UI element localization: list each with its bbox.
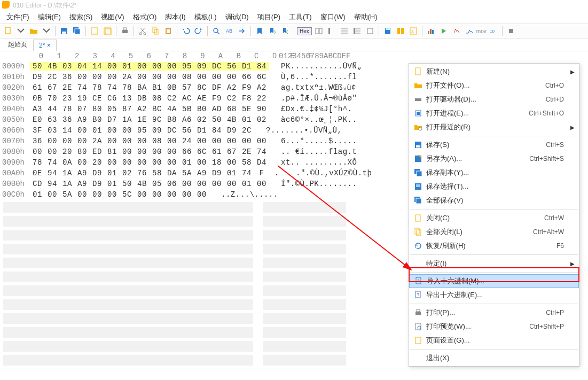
hex-byte[interactable]: 01 (224, 169, 239, 177)
menu-script[interactable]: 脚本(I) (161, 11, 190, 23)
hex-byte[interactable]: 00 (164, 158, 179, 167)
hex-byte[interactable]: 13 (120, 94, 135, 103)
hex-byte[interactable]: 04 (75, 62, 90, 71)
ascii-dump[interactable]: £Dx.€.‡¢¼J[°­h^. (279, 105, 352, 113)
hex-mode-label[interactable]: Hex (297, 27, 312, 35)
hex-byte[interactable]: 00 (224, 137, 239, 145)
hex-byte[interactable]: C2 (224, 94, 239, 103)
hex-byte[interactable]: 87 (120, 105, 135, 113)
hex-byte[interactable]: 00 (135, 158, 150, 167)
hex-byte[interactable]: B0 (194, 105, 209, 113)
hex-byte[interactable]: 00 (45, 148, 60, 156)
hex-byte[interactable]: 50 (120, 180, 135, 188)
hex-byte[interactable]: 00 (105, 190, 120, 199)
hex-byte[interactable]: 67 (45, 83, 60, 92)
hex-byte[interactable]: 00 (30, 148, 45, 156)
hex-byte[interactable]: F (254, 169, 269, 177)
hex-byte[interactable]: 00 (135, 62, 150, 71)
hex-byte[interactable]: 00 (164, 73, 179, 81)
hex-byte[interactable]: 78 (90, 83, 105, 92)
save-as2-icon[interactable] (101, 25, 113, 37)
hex-byte[interactable]: 2E (239, 148, 254, 156)
menu-new[interactable]: 新建(N)▶ (409, 65, 579, 79)
hex-byte[interactable]: 1A (60, 169, 75, 177)
hex-byte[interactable]: 03 (45, 126, 60, 135)
hex-byte[interactable]: C6 (105, 94, 120, 103)
hex-byte[interactable]: 63 (45, 115, 60, 124)
ascii-dump[interactable]: Í".©Ù.PK........ (279, 180, 357, 188)
hex-byte[interactable]: A9 (194, 169, 209, 177)
hex-byte[interactable]: 94 (45, 180, 60, 188)
hex-byte[interactable]: 00 (75, 158, 90, 167)
redo-icon[interactable] (193, 25, 205, 37)
new-file-icon[interactable] (2, 25, 14, 37)
hex-byte[interactable]: 01 (239, 115, 254, 124)
hex-byte[interactable]: 80 (75, 148, 90, 156)
hex-byte[interactable]: 00 (120, 158, 135, 167)
hex-byte[interactable]: 00 (209, 73, 224, 81)
hex-byte[interactable]: D9 (90, 180, 105, 188)
ascii-dump[interactable]: ag.txtxº±.WŒßﾢù¢ (279, 83, 356, 92)
hex-byte[interactable]: BC (150, 105, 164, 113)
save-as1-icon[interactable] (89, 25, 100, 37)
hex-byte[interactable]: 76 (135, 169, 150, 177)
menu-window[interactable]: 窗口(W) (316, 11, 350, 23)
menu-edit[interactable]: 编辑(E) (34, 11, 65, 23)
hex-byte[interactable]: A9 (75, 169, 90, 177)
hex-byte[interactable]: 00 (75, 126, 90, 135)
hex-byte[interactable]: 4B (224, 115, 239, 124)
hex-byte[interactable]: D7 (105, 115, 120, 124)
hex-byte[interactable]: 06 (164, 180, 179, 188)
hex-byte[interactable]: 00 (254, 180, 269, 188)
menu-save[interactable]: 保存(S)Ctrl+S (409, 138, 579, 152)
hex-byte[interactable]: 20 (90, 158, 105, 167)
hex-byte[interactable]: 95 (179, 62, 194, 71)
hex-byte[interactable]: 78 (30, 158, 45, 167)
stop-icon[interactable] (505, 25, 517, 37)
hex-byte[interactable]: 01 (239, 180, 254, 188)
hex-byte[interactable]: 00 (60, 137, 75, 145)
menu-project[interactable]: 项目(P) (253, 11, 285, 23)
hex-byte[interactable]: 56 (224, 62, 239, 71)
hex-byte[interactable]: 00 (135, 73, 150, 81)
hex-byte[interactable]: 61 (209, 148, 224, 156)
menu-open-process[interactable]: 打开进程(E)...Ctrl+Shift+O (409, 106, 579, 120)
bookmark-icon[interactable] (254, 25, 265, 37)
hex-byte[interactable]: 00 (209, 180, 224, 188)
ascii-dump[interactable]: PK...........ÜVÑ„ (279, 62, 362, 71)
hex-byte[interactable]: 36 (30, 137, 45, 145)
hex-byte[interactable]: 19 (75, 94, 90, 103)
hex-byte[interactable]: 00 (179, 180, 194, 188)
hex-byte[interactable]: . (269, 169, 284, 177)
hex-byte[interactable]: 02 (194, 115, 209, 124)
hex-byte[interactable]: 09 (150, 126, 164, 135)
hex-byte[interactable]: 57 (179, 83, 194, 92)
menu-format[interactable]: 格式(O) (129, 11, 161, 23)
hex-byte[interactable]: 02 (120, 169, 135, 177)
hex-byte[interactable]: 36 (60, 73, 75, 81)
hex-byte[interactable]: 00 (164, 137, 179, 145)
hex-byte[interactable]: B0 (90, 115, 105, 124)
hex-byte[interactable]: A3 (30, 105, 45, 113)
menu-open-file[interactable]: 打开文件(O)...Ctrl+O (409, 79, 579, 92)
save-all-icon[interactable] (71, 25, 83, 37)
hex-byte[interactable]: 6C (254, 73, 269, 81)
hex-byte[interactable]: 4B (45, 62, 60, 71)
menu-print[interactable]: 打印(P)...Ctrl+P (409, 306, 579, 320)
menu-save-as[interactable]: 另存为(A)...Ctrl+Shift+S (409, 152, 579, 166)
hex-byte[interactable]: 5A (179, 169, 194, 177)
hex-byte[interactable]: 84 (254, 62, 269, 71)
hex-byte[interactable]: 4B (135, 180, 150, 188)
hex-byte[interactable]: 74 (105, 83, 120, 92)
tab-start-page[interactable]: 起始页 (2, 38, 33, 51)
hex-byte[interactable]: D9 (90, 169, 105, 177)
hex-byte[interactable]: 0A (60, 158, 75, 167)
ascii-dump[interactable]: xt.. .........XÔ (279, 158, 357, 167)
undo-icon[interactable] (180, 25, 192, 37)
menu-close[interactable]: 关闭(C)Ctrl+W (409, 211, 579, 225)
hex-byte[interactable]: 6C (194, 148, 209, 156)
hex-byte[interactable]: 00 (164, 190, 179, 199)
hex-byte[interactable]: DC (209, 62, 224, 71)
hex-byte[interactable]: 08 (150, 137, 164, 145)
menu-revert[interactable]: 恢复/刷新(H)F6 (409, 239, 579, 253)
